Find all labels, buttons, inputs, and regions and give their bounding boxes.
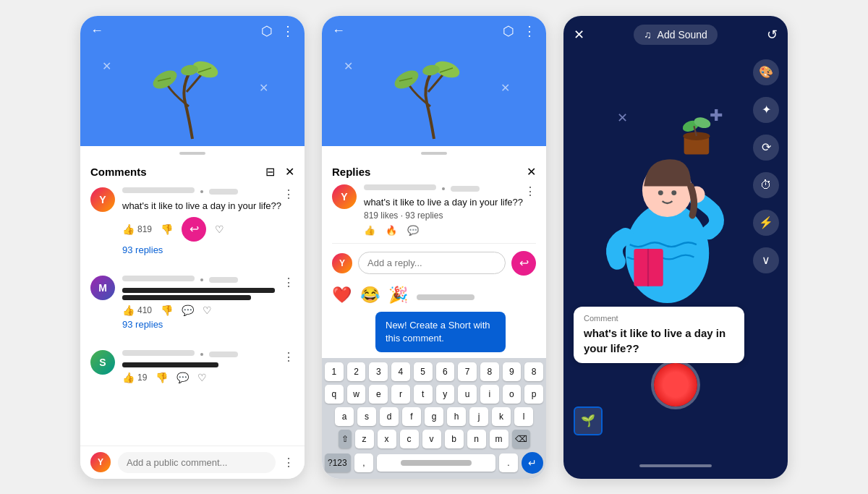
more-menu-3[interactable]: ⋮	[283, 350, 294, 364]
heart-btn-3[interactable]: ♡	[197, 372, 207, 383]
kb-8[interactable]: 8	[480, 362, 499, 381]
kb-v[interactable]: v	[422, 430, 441, 448]
close-icon[interactable]: ✕	[285, 165, 294, 179]
emoji-heart[interactable]: ❤️	[332, 286, 352, 305]
kb-o[interactable]: o	[503, 385, 522, 404]
kb-l[interactable]: l	[514, 407, 533, 426]
kb-5[interactable]: 5	[414, 362, 433, 381]
camera-icon[interactable]: ⬡	[261, 23, 273, 39]
more-menu-1[interactable]: ⋮	[283, 187, 294, 201]
orig-avatar-letter: Y	[332, 184, 357, 209]
orig-emoji-btn[interactable]: 🔥	[386, 225, 397, 236]
reply-input[interactable]	[358, 252, 506, 274]
send-button[interactable]: ↩	[511, 251, 536, 276]
kb-k[interactable]: k	[492, 407, 511, 426]
more-menu-2[interactable]: ⋮	[283, 276, 294, 289]
kb-period[interactable]: .	[499, 453, 518, 472]
timer-tool[interactable]: ⏱	[753, 172, 779, 198]
orig-reply-btn[interactable]: 💬	[407, 225, 419, 236]
kb-b[interactable]: b	[445, 430, 464, 448]
kb-e[interactable]: e	[369, 385, 388, 404]
kb-c[interactable]: c	[400, 430, 419, 448]
kb-h[interactable]: h	[447, 407, 466, 426]
kb-m[interactable]: m	[490, 430, 509, 448]
reply-btn-2[interactable]: 💬	[182, 305, 194, 316]
comment-text-1: what's it like to live a day in your lif…	[122, 200, 281, 213]
thumbnail-item[interactable]: 🌱	[574, 406, 603, 435]
kb-g[interactable]: g	[425, 407, 443, 426]
timer-text: 15s	[654, 345, 697, 356]
kb-z[interactable]: z	[355, 430, 374, 448]
svg-point-19	[671, 190, 676, 195]
dislike-btn-3[interactable]: 👎	[156, 372, 168, 383]
orig-time-bar	[451, 186, 480, 192]
effects-tool[interactable]: ✦	[753, 97, 779, 123]
kb-w[interactable]: w	[347, 385, 366, 404]
add-sound-btn[interactable]: ♫ Add Sound	[634, 25, 718, 45]
kb-0[interactable]: 8	[524, 362, 543, 381]
kb-2[interactable]: 2	[347, 362, 366, 381]
kb-p[interactable]: p	[524, 385, 543, 404]
kb-4[interactable]: 4	[391, 362, 410, 381]
kb-t[interactable]: t	[414, 385, 433, 404]
kb-comma[interactable]: ,	[354, 453, 373, 472]
kb-f[interactable]: f	[402, 407, 421, 426]
reaction-bubble-1[interactable]: ↩	[182, 217, 206, 242]
kb-space[interactable]	[377, 454, 495, 472]
orig-like-btn[interactable]: 👍	[364, 225, 375, 236]
kb-sym[interactable]: ?123	[325, 453, 351, 472]
reply-btn-3[interactable]: 💬	[176, 372, 189, 383]
kb-i[interactable]: i	[480, 385, 499, 404]
heart-btn-1[interactable]: ♡	[215, 223, 224, 235]
kb-u[interactable]: u	[458, 385, 477, 404]
emoji-party[interactable]: 🎉	[388, 286, 408, 305]
time-bar-2	[209, 277, 238, 283]
kb-d[interactable]: d	[380, 407, 399, 426]
like-btn-1[interactable]: 👍 819	[122, 223, 152, 235]
kb-delete[interactable]: ⌫	[512, 430, 530, 448]
kb-6[interactable]: 6	[436, 362, 455, 381]
color-tool[interactable]: 🎨	[753, 59, 779, 85]
orig-more-icon[interactable]: ⋮	[524, 184, 536, 225]
camera-icon-2[interactable]: ⬡	[503, 23, 514, 39]
chevron-tool[interactable]: ∨	[753, 247, 779, 273]
refresh-icon[interactable]: ↺	[767, 27, 778, 43]
record-button[interactable]	[654, 363, 697, 406]
kb-r[interactable]: r	[391, 385, 410, 404]
close-icon-short[interactable]: ✕	[574, 27, 584, 43]
more-icon[interactable]: ⋮	[281, 23, 294, 39]
flash-tool[interactable]: ⚡	[753, 210, 779, 236]
add-comment-input[interactable]: Add a public comment...	[118, 452, 276, 473]
dislike-btn-1[interactable]: 👎	[161, 223, 173, 235]
replies-link-1[interactable]: 93 replies	[122, 244, 294, 255]
kb-j[interactable]: j	[469, 407, 488, 426]
like-btn-2[interactable]: 👍 410	[122, 305, 152, 316]
kb-x[interactable]: x	[378, 430, 396, 448]
filter-icon[interactable]: ⊟	[265, 165, 275, 179]
like-btn-3[interactable]: 👍 19	[122, 372, 147, 383]
kb-enter[interactable]: ↵	[522, 452, 543, 474]
replies-link-2[interactable]: 93 replies	[122, 319, 294, 330]
kb-q[interactable]: q	[325, 385, 344, 404]
kb-s[interactable]: s	[357, 407, 376, 426]
back-icon-2[interactable]: ←	[332, 23, 345, 39]
line-1	[122, 288, 275, 293]
speed-tool[interactable]: ⟳	[753, 135, 779, 161]
close-icon-2[interactable]: ✕	[527, 165, 536, 179]
comment-more-icon[interactable]: ⋮	[283, 456, 294, 469]
kb-7[interactable]: 7	[458, 362, 477, 381]
kb-3[interactable]: 3	[369, 362, 388, 381]
illustration-area: ✕ ✚	[574, 103, 744, 320]
heart-btn-2[interactable]: ♡	[203, 305, 212, 316]
kb-n[interactable]: n	[467, 430, 486, 448]
kb-shift[interactable]: ⇧	[339, 430, 352, 448]
kb-1[interactable]: 1	[325, 362, 344, 381]
back-icon[interactable]: ←	[90, 23, 103, 39]
more-icon-2[interactable]: ⋮	[523, 23, 536, 39]
dislike-btn-2[interactable]: 👎	[161, 305, 173, 316]
kb-y[interactable]: y	[436, 385, 455, 404]
kb-a[interactable]: a	[335, 407, 354, 426]
line-2	[122, 295, 251, 300]
kb-9[interactable]: 9	[503, 362, 522, 381]
emoji-laugh[interactable]: 😂	[360, 286, 380, 305]
